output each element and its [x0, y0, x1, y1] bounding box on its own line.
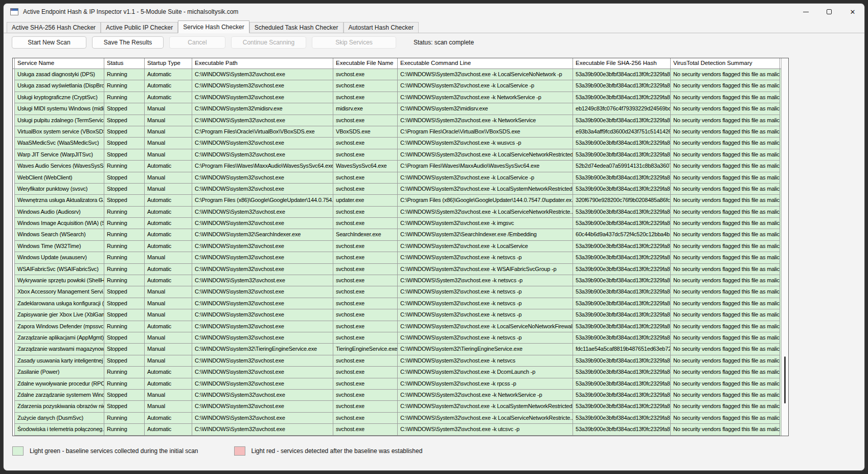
table-cell[interactable]: No security vendors flagged this file as…: [671, 172, 780, 184]
column-header-0[interactable]: Service Name: [15, 58, 104, 69]
table-cell[interactable]: svchost.exe: [333, 355, 398, 367]
table-cell[interactable]: fdc11ae54a5caf8819b487651ed63eb72...: [573, 344, 671, 355]
table-row[interactable]: Usługa zasad wyświetlania (DispBro...Run…: [13, 80, 781, 92]
table-cell[interactable]: VirtualBox system service (VBoxSDS): [15, 126, 104, 138]
table-cell[interactable]: Stopped: [104, 309, 145, 321]
table-cell[interactable]: Stopped: [104, 355, 145, 367]
table-cell[interactable]: Running: [104, 161, 145, 172]
table-cell[interactable]: C:\WINDOWS\system32\svchost.exe -k imgsv…: [398, 218, 573, 229]
table-cell[interactable]: Automatic: [145, 92, 192, 103]
table-cell[interactable]: No security vendors flagged this file as…: [671, 80, 780, 92]
table-cell[interactable]: VBoxSDS.exe: [333, 126, 398, 138]
table-cell[interactable]: C:\Program Files\Waves\MaxxAudio\WavesSy…: [398, 161, 573, 172]
tab-service-hash-checker[interactable]: Service Hash Checker: [178, 20, 249, 33]
table-cell[interactable]: C:\WINDOWS\system32\svchost.exe: [192, 298, 333, 309]
table-cell[interactable]: Stopped: [104, 138, 145, 149]
table-cell[interactable]: Running: [104, 413, 145, 424]
table-cell[interactable]: Waves Audio Services (WavesSysS...: [15, 161, 104, 172]
table-cell[interactable]: Manual: [145, 309, 192, 321]
table-cell[interactable]: No security vendors flagged this file as…: [671, 69, 780, 80]
table-cell[interactable]: Automatic: [145, 424, 192, 435]
table-cell[interactable]: No security vendors flagged this file as…: [671, 378, 780, 390]
table-row[interactable]: Windows Update (wuauserv)RunningManualC:…: [13, 252, 781, 263]
table-cell[interactable]: C:\WINDOWS\System32\svchost.exe: [192, 275, 333, 286]
table-cell[interactable]: Manual: [145, 332, 192, 344]
table-cell[interactable]: Stopped: [104, 332, 145, 344]
table-cell[interactable]: C:\WINDOWS\System32\svchost.exe -k Local…: [398, 69, 573, 80]
table-row[interactable]: Środowiska i telemetria połączoneg...Run…: [13, 424, 781, 435]
table-cell[interactable]: C:\Program Files (x86)\Google\GoogleUpda…: [192, 195, 333, 206]
table-cell[interactable]: Automatic: [145, 413, 192, 424]
table-cell[interactable]: C:\WINDOWS\System32\svchost.exe: [192, 424, 333, 435]
table-cell[interactable]: 53a39b900e3bfbf384acd13f0fc2329fa8...: [573, 115, 671, 126]
table-cell[interactable]: svchost.exe: [333, 252, 398, 263]
table-cell[interactable]: C:\WINDOWS\system32\svchost.exe: [192, 367, 333, 378]
save-the-results-button[interactable]: Save The Results: [92, 36, 164, 49]
table-row[interactable]: Wykrywanie sprzętu powłoki (ShellH...Run…: [13, 275, 781, 286]
table-cell[interactable]: C:\WINDOWS\system32\svchost.exe: [192, 138, 333, 149]
table-cell[interactable]: 53a39b900e3bfbf384acd13f0fc2329fa8...: [573, 355, 671, 367]
table-cell[interactable]: Automatic: [145, 80, 192, 92]
table-cell[interactable]: svchost.exe: [333, 321, 398, 332]
table-cell[interactable]: 53a39b900e3bfbf384acd13f0fc2329fa8...: [573, 172, 671, 184]
table-cell[interactable]: 53a39b900e3bfbf384acd13f0fc2329fa8...: [573, 218, 671, 229]
table-cell[interactable]: Stopped: [104, 103, 145, 115]
table-row[interactable]: Zdalne zarządzanie systemem Wind...Stopp…: [13, 390, 781, 401]
table-cell[interactable]: svchost.exe: [333, 184, 398, 195]
table-row[interactable]: Xbox Accessory Management Servi...Stoppe…: [13, 286, 781, 298]
close-button[interactable]: ✕: [841, 4, 864, 20]
table-cell[interactable]: Running: [104, 264, 145, 275]
table-cell[interactable]: Automatic: [145, 264, 192, 275]
table-cell[interactable]: No security vendors flagged this file as…: [671, 92, 780, 103]
tab-active-sha-256-hash-checker[interactable]: Active SHA-256 Hash Checker: [7, 22, 101, 33]
table-cell[interactable]: Zużycie danych (DusmSvc): [15, 413, 104, 424]
table-row[interactable]: WaaSMedicSvc (WaaSMedicSvc)StoppedManual…: [13, 138, 781, 149]
table-cell[interactable]: Manual: [145, 115, 192, 126]
table-row[interactable]: Zdarzenia pozyskiwania obrazów nie...Sto…: [13, 401, 781, 412]
table-cell[interactable]: Zarządzanie warstwami magazynow...: [15, 344, 104, 355]
table-cell[interactable]: No security vendors flagged this file as…: [671, 138, 780, 149]
table-cell[interactable]: No security vendors flagged this file as…: [671, 367, 780, 378]
maximize-button[interactable]: [817, 4, 841, 20]
table-cell[interactable]: C:\WINDOWS\System32\svchost.exe: [192, 390, 333, 401]
table-cell[interactable]: C:\WINDOWS\system32\svchost.exe -k DcomL…: [398, 367, 573, 378]
table-cell[interactable]: C:\WINDOWS\system32\svchost.exe -k Local…: [398, 401, 573, 412]
table-cell[interactable]: svchost.exe: [333, 264, 398, 275]
table-cell[interactable]: C:\Program Files\Oracle\VirtualBox\VBoxS…: [192, 126, 333, 138]
table-cell[interactable]: No security vendors flagged this file as…: [671, 298, 780, 309]
table-cell[interactable]: C:\Program Files\Oracle\VirtualBox\VBoxS…: [398, 126, 573, 138]
table-cell[interactable]: Stopped: [104, 298, 145, 309]
table-cell[interactable]: Running: [104, 367, 145, 378]
table-cell[interactable]: Automatic: [145, 161, 192, 172]
table-cell[interactable]: No security vendors flagged this file as…: [671, 115, 780, 126]
table-row[interactable]: Zarządzanie aplikacjami (AppMgmt)Stopped…: [13, 332, 781, 344]
table-cell[interactable]: svchost.exe: [333, 241, 398, 252]
table-cell[interactable]: Usługi pulpitu zdalnego (TermService): [15, 115, 104, 126]
table-cell[interactable]: C:\WINDOWS\system32\svchost.exe: [192, 172, 333, 184]
column-header-7[interactable]: VirusTotal Detection Summary: [671, 58, 780, 69]
table-cell[interactable]: Stopped: [104, 390, 145, 401]
table-row[interactable]: Zasilanie (Power)RunningAutomaticC:\WIND…: [13, 367, 781, 378]
table-cell[interactable]: 53a39b900e3bfbf384acd13f0fc2329fa8...: [573, 401, 671, 412]
table-cell[interactable]: WavesSysSvc64.exe: [333, 161, 398, 172]
tab-autostart-hash-checker[interactable]: Autostart Hash Checker: [344, 22, 419, 33]
table-cell[interactable]: Zarządzanie aplikacjami (AppMgmt): [15, 332, 104, 344]
continue-scanning-button[interactable]: Continue Scanning: [231, 36, 306, 49]
cancel-button[interactable]: Cancel: [169, 36, 225, 49]
table-cell[interactable]: Zdalne wywoływanie procedur (RPC...: [15, 378, 104, 390]
table-cell[interactable]: 60c44b6d9a437dc572f4c520c12bba4b...: [573, 229, 671, 240]
table-cell[interactable]: C:\WINDOWS\system32\TieringEngineService…: [192, 344, 333, 355]
table-cell[interactable]: Manual: [145, 126, 192, 138]
table-row[interactable]: Usługi kryptograficzne (CryptSvc)Running…: [13, 92, 781, 103]
table-row[interactable]: Wewnętrzna usługa Aktualizatora G...Stop…: [13, 195, 781, 206]
table-cell[interactable]: Running: [104, 80, 145, 92]
table-cell[interactable]: No security vendors flagged this file as…: [671, 286, 780, 298]
table-cell[interactable]: Automatic: [145, 321, 192, 332]
table-cell[interactable]: C:\WINDOWS\system32\svchost.exe -k Local…: [398, 184, 573, 195]
table-row[interactable]: Zapora Windows Defender (mpssvc)RunningA…: [13, 321, 781, 332]
table-cell[interactable]: Zapora Windows Defender (mpssvc): [15, 321, 104, 332]
table-cell[interactable]: C:\WINDOWS\System32\svchost.exe: [192, 115, 333, 126]
table-cell[interactable]: Windows Time (W32Time): [15, 241, 104, 252]
table-cell[interactable]: C:\WINDOWS\system32\TieringEngineService…: [398, 344, 573, 355]
table-cell[interactable]: 53a39b900e3bfbf384acd13f0fc2329fa8...: [573, 298, 671, 309]
